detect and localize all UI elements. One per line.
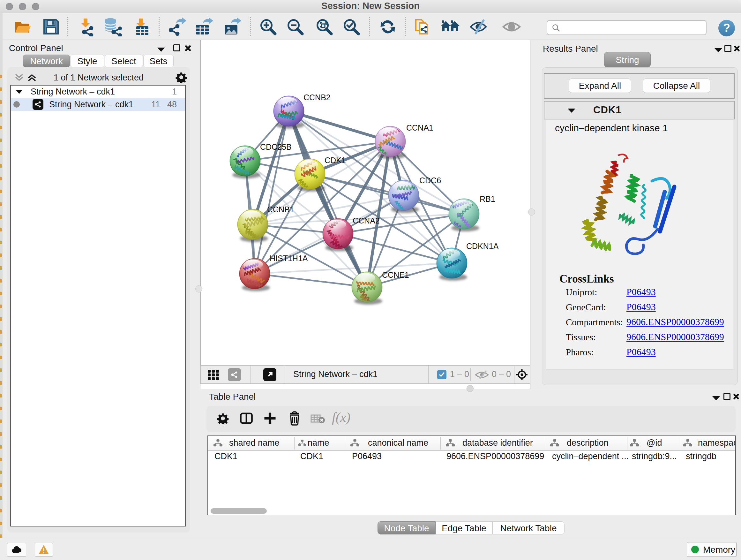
svg-text:CCNB1: CCNB1 xyxy=(267,205,294,214)
svg-text:CCNB2: CCNB2 xyxy=(304,93,331,102)
svg-text:CDK1: CDK1 xyxy=(325,156,346,165)
svg-text:RB1: RB1 xyxy=(480,194,495,203)
svg-text:CDKN1A: CDKN1A xyxy=(466,242,499,251)
svg-text:CCNA1: CCNA1 xyxy=(406,123,433,132)
svg-text:CDC6: CDC6 xyxy=(419,176,441,185)
svg-text:CDC25B: CDC25B xyxy=(260,142,292,151)
svg-text:CCNA2: CCNA2 xyxy=(353,216,380,225)
svg-text:CCNE1: CCNE1 xyxy=(382,270,409,279)
svg-text:HIST1H1A: HIST1H1A xyxy=(270,254,308,263)
